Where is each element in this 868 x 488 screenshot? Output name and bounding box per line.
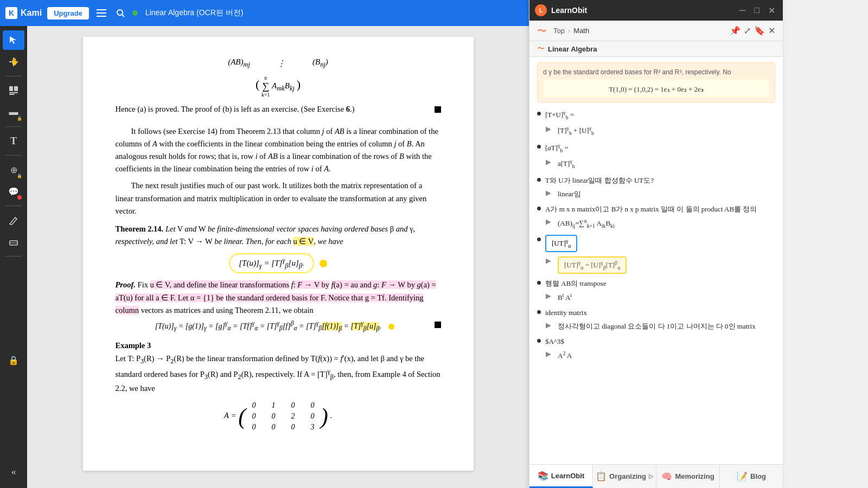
lock-button[interactable]: 🔒 <box>3 351 24 370</box>
lo-header-icons: 📌 ⤢ 🔖 ✕ <box>730 25 775 36</box>
highlight-button[interactable]: ▬ 🔒 <box>3 102 24 122</box>
arrow-icon-3: ▶ <box>546 189 551 197</box>
lo-logo-icon: L <box>535 4 547 16</box>
item-text-identity: identity matrix <box>545 307 587 318</box>
document-title: Linear Algebra (OCR된 버전) <box>145 8 244 18</box>
toolbar-separator-1 <box>5 76 22 76</box>
lo-wave-icon: 〜 <box>537 24 547 37</box>
sub-text-at: a[T]γb <box>558 158 575 171</box>
annotations-button[interactable] <box>3 81 24 100</box>
item-text-at: [aT]γb = <box>545 142 569 155</box>
lo-bookmark-button[interactable]: 🔖 <box>754 25 765 36</box>
theorem-214-statement: Theorem 2.14. Let V and W be finite-dime… <box>116 223 441 248</box>
lo-close-button[interactable]: ✕ <box>766 4 777 17</box>
svg-rect-8 <box>14 86 18 91</box>
lo-note-card: d γ be the standard ordered bases for R²… <box>537 62 775 102</box>
kami-k-icon: K <box>5 7 17 19</box>
proof-a-text: Hence (a) is proved. The proof of (b) is… <box>116 103 441 115</box>
toolbar-separator-2 <box>5 126 22 127</box>
organizing-tab-icon: 📋 <box>596 471 607 481</box>
lo-item-linear: T와 U가 linear일때 합성함수 UT도? ▶ linear임 <box>537 175 775 200</box>
lo-title: LearnObit <box>551 6 733 15</box>
sub-text-linear: linear임 <box>558 189 581 200</box>
svg-text:✋: ✋ <box>10 57 19 66</box>
bullet-8 <box>537 339 541 343</box>
search-button[interactable] <box>114 7 127 20</box>
svg-rect-9 <box>9 92 18 93</box>
arrow-icon-7: ▶ <box>546 321 551 329</box>
stamp-button[interactable]: ⊕ 🔒 <box>3 160 24 179</box>
ut-formula-yellow: [UT]γα = [U]γβ[T]βα <box>558 256 627 274</box>
toolbar-separator-5 <box>5 256 22 256</box>
kami-logo: K Kami <box>5 7 42 19</box>
footer-tab-memorizing[interactable]: 🧠 Memorizing <box>656 465 720 488</box>
bullet-4 <box>537 207 541 210</box>
footer-tab-learnObit[interactable]: 📚 LearnObit <box>529 465 593 488</box>
arrow-icon-6: ▶ <box>546 292 551 300</box>
comment-button[interactable]: 💬 <box>3 182 24 201</box>
item-text-linear: T와 U가 linear일때 합성함수 UT도? <box>545 175 654 186</box>
footer-tab-organizing[interactable]: 📋 Organizing ▷ <box>593 465 656 488</box>
note-card-text: d γ be the standard ordered bases for R²… <box>543 67 769 77</box>
collapse-button[interactable]: « <box>3 462 24 481</box>
item-text-transpose: 행렬 AB의 transpose <box>545 278 607 289</box>
lo-maximize-button[interactable]: □ <box>752 4 762 16</box>
toolbar-separator-4 <box>5 206 22 206</box>
matrix-header-block: (AB)mj ⋮ (Bnj) <box>116 57 441 71</box>
column-j-theorem: It follows (see Exercise 14) from Theore… <box>116 125 441 176</box>
item-text-matrix-def: A가 m x n matrix이고 B가 n x p matrix 일때 이 둘… <box>545 204 757 215</box>
lo-panel-close-button[interactable]: ✕ <box>768 25 775 36</box>
breadcrumb-sep: › <box>568 27 570 35</box>
proof-text: Proof. Fix u ∈ V, and define the linear … <box>116 279 441 317</box>
yellow-dot-1 <box>320 260 327 267</box>
ut-formula-blue: [UT]γα <box>545 235 577 252</box>
text-tool-button[interactable]: T <box>3 131 24 151</box>
svg-line-4 <box>122 15 124 17</box>
breadcrumb: Top › Math <box>553 27 589 35</box>
arrow-icon-4: ▶ <box>546 217 551 226</box>
stamp-lock-icon: 🔒 <box>17 174 22 178</box>
sub-text-matrix-def: (AB)ij=∑nk=1 AikBki <box>558 217 615 230</box>
learnObit-panel: L LearnObit ─ □ ✕ 〜 Top › Math 📌 ⤢ 🔖 ✕ 〜… <box>529 0 783 488</box>
lo-item-a3: $A^3$ ▶ A2 A <box>537 336 775 361</box>
kami-topbar: K Kami Upgrade Linear Algebra (OCR된 버전) <box>0 0 529 26</box>
pan-tool-button[interactable]: ✋ <box>3 52 24 72</box>
bullet-3 <box>537 178 541 182</box>
bullet-2 <box>537 145 541 149</box>
arrow-icon-5: ▶ <box>546 256 551 265</box>
kami-panel: K Kami Upgrade Linear Algebra (OCR된 버전) … <box>0 0 529 488</box>
lo-sub-matrix-def: ▶ (AB)ij=∑nk=1 AikBki <box>546 217 775 230</box>
lo-minimize-button[interactable]: ─ <box>737 4 748 16</box>
lo-sub-a3: ▶ A2 A <box>546 350 775 361</box>
lo-expand-button[interactable]: ⤢ <box>744 25 751 36</box>
lo-item-identity: identity matrix ▶ 정사각형이고 diagonal 요소들이 다… <box>537 307 775 332</box>
eraser-button[interactable] <box>3 232 24 252</box>
footer-tab-blog[interactable]: 📝 Blog <box>720 465 783 488</box>
lo-pin-button[interactable]: 📌 <box>730 25 741 36</box>
sub-text-tu: [T]γb + [U]γb <box>558 125 594 138</box>
next-result-text: The next result justifies much of our pa… <box>116 179 441 217</box>
lo-content[interactable]: d γ be the standard ordered bases for R²… <box>529 57 783 464</box>
lock-icon: 🔒 <box>17 116 22 121</box>
blog-tab-icon: 📝 <box>737 471 748 481</box>
svg-rect-1 <box>97 12 106 14</box>
sum-formula-block: ( n ∑ k=1 AmkBkj ) <box>116 75 441 98</box>
lo-topbar: L LearnObit ─ □ ✕ <box>529 0 783 21</box>
organizing-tab-label: Organizing <box>609 472 646 480</box>
lo-tab-bar: 〜 Linear Algebra <box>529 41 783 57</box>
lo-item-tu: [T+U]γb = ▶ [T]γb + [U]γb <box>537 109 775 138</box>
svg-rect-10 <box>9 94 15 95</box>
lo-item-ut-formula: [UT]γα <box>537 235 775 252</box>
arrow-icon-1: ▶ <box>546 125 551 133</box>
svg-rect-0 <box>97 9 106 10</box>
select-tool-button[interactable] <box>3 30 24 50</box>
sub-text-transpose: Bt At <box>558 292 572 303</box>
blog-tab-label: Blog <box>750 472 766 480</box>
bullet-7 <box>537 310 541 314</box>
breadcrumb-top[interactable]: Top <box>553 27 565 35</box>
doc-content[interactable]: (AB)mj ⋮ (Bnj) ( n ∑ k=1 AmkBkj <box>27 26 529 488</box>
upgrade-button[interactable]: Upgrade <box>47 7 89 20</box>
matrix-a-block: A = ( 0100 0020 0003 ) . <box>116 401 441 432</box>
sidebar-toggle-button[interactable] <box>94 7 108 19</box>
draw-button[interactable] <box>3 210 24 230</box>
